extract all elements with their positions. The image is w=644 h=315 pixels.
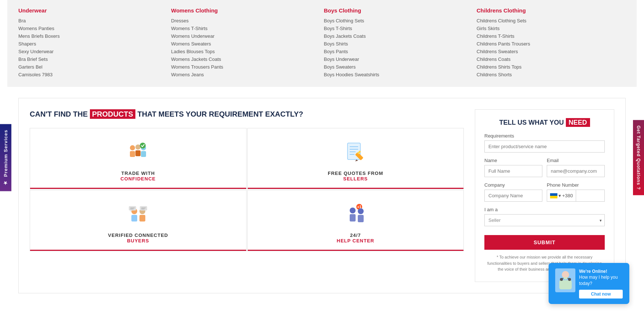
cant-find-heading: CAN'T FIND THE PRODUCTS THAT MEETS YOUR … (30, 109, 464, 119)
right-panel: TELL US WHAT YOU NEED Requirements Name … (475, 109, 614, 282)
name-email-row: Name Email (484, 158, 605, 182)
svg-rect-23 (140, 206, 147, 210)
category-item[interactable]: Girls Skirts (477, 26, 626, 31)
category-item[interactable]: Mens Briefs Boxers (18, 33, 167, 39)
category-title: Womens Clothing (171, 7, 320, 14)
name-group: Name (484, 158, 542, 177)
form-heading-highlight: NEED (566, 118, 590, 127)
category-item[interactable]: Sexy Underwear (18, 49, 167, 54)
phone-group: Phone Number ▾ +380 (547, 182, 605, 202)
category-item[interactable]: Dresses (171, 18, 320, 23)
cant-find-section: CAN'T FIND THE PRODUCTS THAT MEETS YOUR … (18, 98, 626, 293)
category-item[interactable]: Childrens T-Shirts (477, 33, 626, 39)
buyers-icon (37, 201, 239, 227)
category-item[interactable]: Womens Sweaters (171, 41, 320, 47)
requirements-label: Requirements (484, 133, 605, 139)
company-group: Company (484, 182, 542, 202)
category-item[interactable]: Shapers (18, 41, 167, 47)
company-phone-row: Company Phone Number ▾ +380 (484, 182, 605, 207)
feature-title: 24/7 (255, 232, 456, 238)
svg-rect-3 (141, 151, 146, 157)
category-item[interactable]: Womens Jeans (171, 72, 320, 77)
chat-message: How may I help you today? (579, 275, 618, 286)
left-panel: CAN'T FIND THE PRODUCTS THAT MEETS YOUR … (30, 109, 464, 282)
feature-subtitle: CONFIDENCE (37, 176, 239, 182)
email-label: Email (547, 158, 605, 163)
category-item[interactable]: Boys Shirts (324, 41, 473, 47)
premium-services-sidebar[interactable]: ★ Premium Services (0, 124, 11, 191)
feature-card: +1 24/7HELP CENTER (247, 190, 464, 251)
phone-input[interactable] (576, 190, 604, 201)
email-input[interactable] (547, 165, 605, 177)
phone-input-wrap: ▾ +380 (547, 190, 605, 202)
category-item[interactable]: Childrens Clothing Sets (477, 18, 626, 23)
feature-card: TRADE WITHCONFIDENCE (30, 128, 247, 189)
category-item[interactable]: Womens Jackets Coats (171, 56, 320, 62)
feature-subtitle: HELP CENTER (255, 238, 456, 243)
category-item[interactable]: Childrens Pants Trousers (477, 41, 626, 47)
chat-status: We're Online! (579, 269, 607, 274)
feature-title: VERIFIED CONNECTED (37, 232, 239, 238)
category-item[interactable]: Garters Bel (18, 64, 167, 70)
svg-rect-32 (550, 193, 557, 196)
category-item[interactable]: Boys Sweaters (324, 64, 473, 70)
category-item[interactable]: Boys Clothing Sets (324, 18, 473, 23)
category-item[interactable]: Boys T-Shirts (324, 26, 473, 31)
category-item[interactable]: Boys Pants (324, 49, 473, 54)
category-item[interactable]: Childrens Coats (477, 56, 626, 62)
category-item[interactable]: Womens T-Shirts (171, 26, 320, 31)
iam-group: I am a SellerBuyer (484, 207, 605, 226)
form-heading: TELL US WHAT YOU NEED (484, 119, 605, 127)
name-input[interactable] (484, 165, 542, 177)
submit-button[interactable]: SUBMIT (484, 235, 605, 250)
category-item[interactable]: Bra Brief Sets (18, 56, 167, 62)
category-item[interactable]: Childrens Shirts Tops (477, 64, 626, 70)
categories-grid: UnderwearBraWomens PantiesMens Briefs Bo… (18, 7, 626, 80)
category-item[interactable]: Womens Trousers Pants (171, 64, 320, 70)
category-col: Boys ClothingBoys Clothing SetsBoys T-Sh… (324, 7, 473, 80)
svg-point-0 (130, 145, 135, 150)
requirements-input[interactable] (484, 140, 605, 153)
svg-rect-35 (559, 280, 572, 289)
category-title: Childrens Clothing (477, 7, 626, 14)
feature-card: FREE QUOTES FROMSELLERS (247, 128, 464, 189)
category-item[interactable]: Ladies Blouses Tops (171, 49, 320, 54)
svg-rect-16 (131, 215, 137, 221)
svg-rect-33 (550, 196, 557, 198)
svg-point-30 (358, 208, 364, 214)
phone-label: Phone Number (547, 182, 605, 188)
chat-widget-inner: We're Online! How may I help you today? … (555, 268, 623, 298)
company-input[interactable] (484, 190, 542, 202)
svg-point-38 (563, 271, 568, 277)
category-item[interactable]: Boys Hoodies Sweatshirts (324, 72, 473, 77)
category-item[interactable]: Childrens Sweaters (477, 49, 626, 54)
iam-select-wrapper: SellerBuyer (484, 214, 605, 226)
features-grid: TRADE WITHCONFIDENCE FREE QUOTES FROMSEL… (30, 128, 464, 251)
svg-rect-17 (129, 206, 136, 210)
category-title: Boys Clothing (324, 7, 473, 14)
category-item[interactable]: Womens Underwear (171, 33, 320, 39)
quotations-label: Get Targeted Quotations ? (636, 125, 641, 190)
ukraine-flag-icon (550, 193, 557, 198)
category-item[interactable]: Camisoles 7983 (18, 72, 167, 77)
category-item[interactable]: Bra (18, 18, 167, 23)
category-item[interactable]: Childrens Shorts (477, 72, 626, 77)
chat-text: We're Online! How may I help you today? … (579, 268, 623, 298)
category-col: Childrens ClothingChildrens Clothing Set… (477, 7, 626, 80)
category-col: UnderwearBraWomens PantiesMens Briefs Bo… (18, 7, 167, 80)
heading-post: THAT MEETS YOUR REQUIREMENT EXACTLY? (137, 110, 303, 118)
iam-select[interactable]: SellerBuyer (484, 214, 605, 226)
category-item[interactable]: Womens Panties (18, 26, 167, 31)
heading-highlight: PRODUCTS (90, 109, 135, 119)
chat-widget: We're Online! How may I help you today? … (549, 263, 629, 304)
main-content: CAN'T FIND THE PRODUCTS THAT MEETS YOUR … (7, 87, 637, 304)
feature-card: VERIFIED CONNECTEDBUYERS (30, 190, 247, 251)
heading-pre: CAN'T FIND THE (30, 110, 88, 118)
category-item[interactable]: Boys Underwear (324, 56, 473, 62)
svg-point-26 (350, 208, 356, 213)
premium-services-label: Premium Services (3, 129, 8, 177)
targeted-quotations-sidebar[interactable]: Get Targeted Quotations ? (633, 120, 644, 195)
chat-now-button[interactable]: Chat now (579, 290, 623, 298)
feature-title: TRADE WITH (37, 171, 239, 176)
category-item[interactable]: Boys Jackets Coats (324, 33, 473, 39)
